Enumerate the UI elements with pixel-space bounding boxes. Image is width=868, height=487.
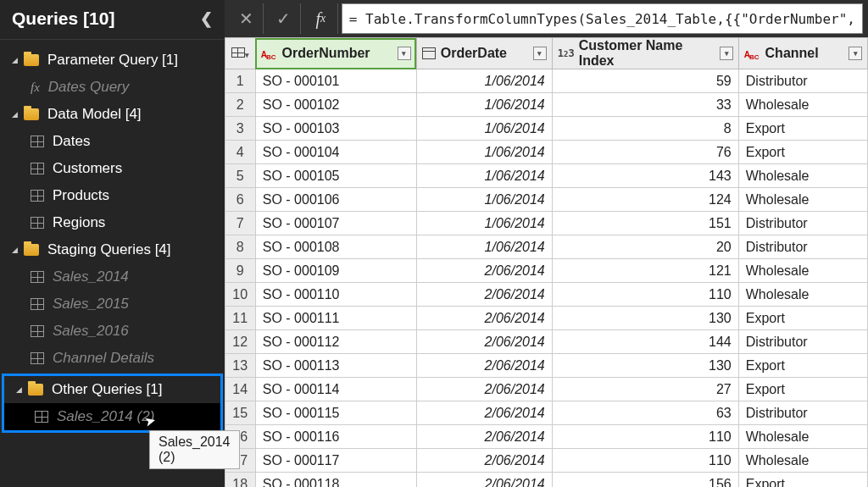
cell-date[interactable]: 1/06/2014 (416, 141, 552, 164)
table-row[interactable]: 13 SO - 000113 2/06/2014 130 Export (225, 354, 867, 378)
cell-index[interactable]: 151 (552, 212, 738, 235)
cell-order[interactable]: SO - 000118 (255, 473, 416, 488)
cell-date[interactable]: 1/06/2014 (416, 235, 552, 259)
row-number[interactable]: 1 (225, 69, 255, 93)
cell-date[interactable]: 2/06/2014 (416, 449, 552, 473)
cell-date[interactable]: 2/06/2014 (416, 378, 552, 401)
cell-index[interactable]: 8 (552, 117, 738, 141)
query-item[interactable]: Sales_2014 (0, 263, 225, 291)
cell-channel[interactable]: Export (738, 354, 867, 378)
cell-order[interactable]: SO - 000101 (255, 69, 416, 93)
cell-date[interactable]: 2/06/2014 (416, 401, 552, 425)
table-row[interactable]: 15 SO - 000115 2/06/2014 63 Distributor (225, 401, 867, 425)
cell-channel[interactable]: Export (738, 378, 867, 401)
query-item[interactable]: Sales_2015 (0, 291, 225, 318)
cell-index[interactable]: 33 (552, 93, 738, 117)
cell-channel[interactable]: Distributor (738, 212, 867, 235)
table-row[interactable]: 4 SO - 000104 1/06/2014 76 Export (225, 141, 867, 164)
table-row[interactable]: 17 SO - 000117 2/06/2014 110 Wholesale (225, 449, 867, 473)
cell-order[interactable]: SO - 000117 (255, 449, 416, 473)
cell-date[interactable]: 2/06/2014 (416, 473, 552, 488)
folder-row[interactable]: ◢ Staging Queries [4] (0, 236, 225, 263)
cell-index[interactable]: 121 (552, 259, 738, 283)
cell-date[interactable]: 1/06/2014 (416, 69, 552, 93)
row-number[interactable]: 8 (225, 235, 255, 259)
table-row[interactable]: 9 SO - 000109 2/06/2014 121 Wholesale (225, 259, 867, 283)
filter-dropdown-icon[interactable]: ▾ (849, 47, 862, 60)
cell-index[interactable]: 110 (552, 449, 738, 473)
row-number[interactable]: 15 (225, 401, 255, 425)
cell-order[interactable]: SO - 000110 (255, 283, 416, 307)
cell-channel[interactable]: Wholesale (738, 164, 867, 188)
cell-date[interactable]: 2/06/2014 (416, 307, 552, 330)
cell-order[interactable]: SO - 000114 (255, 378, 416, 401)
cell-date[interactable]: 1/06/2014 (416, 188, 552, 212)
cell-order[interactable]: SO - 000111 (255, 307, 416, 330)
cell-index[interactable]: 27 (552, 378, 738, 401)
cell-channel[interactable]: Wholesale (738, 188, 867, 212)
cell-order[interactable]: SO - 000108 (255, 235, 416, 259)
row-number[interactable]: 6 (225, 188, 255, 212)
row-number[interactable]: 12 (225, 330, 255, 354)
cell-index[interactable]: 76 (552, 141, 738, 164)
cell-order[interactable]: SO - 000106 (255, 188, 416, 212)
cell-index[interactable]: 130 (552, 354, 738, 378)
cell-order[interactable]: SO - 000104 (255, 141, 416, 164)
column-header[interactable]: 123Customer Name Index▾ (552, 38, 738, 69)
cell-channel[interactable]: Distributor (738, 235, 867, 259)
cell-order[interactable]: SO - 000107 (255, 212, 416, 235)
cell-index[interactable]: 144 (552, 330, 738, 354)
cell-date[interactable]: 1/06/2014 (416, 164, 552, 188)
filter-dropdown-icon[interactable]: ▾ (398, 47, 411, 60)
fx-icon[interactable]: fx (304, 3, 338, 34)
cell-channel[interactable]: Export (738, 307, 867, 330)
cell-index[interactable]: 63 (552, 401, 738, 425)
commit-button[interactable]: ✓ (267, 3, 301, 34)
cell-channel[interactable]: Distributor (738, 69, 867, 93)
column-header[interactable]: OrderNumber▾ (255, 38, 416, 69)
row-number[interactable]: 13 (225, 354, 255, 378)
table-row[interactable]: 2 SO - 000102 1/06/2014 33 Wholesale (225, 93, 867, 117)
cancel-button[interactable]: ✕ (230, 3, 264, 34)
cell-order[interactable]: SO - 000112 (255, 330, 416, 354)
cell-date[interactable]: 2/06/2014 (416, 259, 552, 283)
row-number[interactable]: 7 (225, 212, 255, 235)
query-item[interactable]: Regions (0, 209, 225, 236)
table-row[interactable]: 8 SO - 000108 1/06/2014 20 Distributor (225, 235, 867, 259)
filter-dropdown-icon[interactable]: ▾ (720, 47, 732, 60)
cell-date[interactable]: 2/06/2014 (416, 354, 552, 378)
cell-channel[interactable]: Export (738, 117, 867, 141)
cell-order[interactable]: SO - 000116 (255, 425, 416, 449)
folder-row[interactable]: ◢ Other Queries [1] (4, 376, 220, 403)
row-number[interactable]: 4 (225, 141, 255, 164)
table-row[interactable]: 14 SO - 000114 2/06/2014 27 Export (225, 378, 867, 401)
folder-row[interactable]: ◢ Parameter Query [1] (0, 47, 225, 74)
column-header[interactable]: OrderDate▾ (416, 38, 552, 69)
cell-order[interactable]: SO - 000103 (255, 117, 416, 141)
query-item[interactable]: Sales_2016 (0, 318, 225, 345)
filter-dropdown-icon[interactable]: ▾ (533, 47, 547, 60)
row-number[interactable]: 18 (225, 473, 255, 488)
formula-input[interactable]: = Table.TransformColumnTypes(Sales_2014_… (342, 3, 863, 34)
cell-order[interactable]: SO - 000113 (255, 354, 416, 378)
cell-index[interactable]: 124 (552, 188, 738, 212)
cell-index[interactable]: 110 (552, 283, 738, 307)
cell-date[interactable]: 2/06/2014 (416, 330, 552, 354)
cell-channel[interactable]: Wholesale (738, 425, 867, 449)
table-row[interactable]: 16 SO - 000116 2/06/2014 110 Wholesale (225, 425, 867, 449)
table-row[interactable]: 18 SO - 000118 2/06/2014 156 Export (225, 473, 867, 488)
cell-index[interactable]: 156 (552, 473, 738, 488)
cell-order[interactable]: SO - 000105 (255, 164, 416, 188)
row-number[interactable]: 11 (225, 307, 255, 330)
cell-channel[interactable]: Export (738, 141, 867, 164)
cell-date[interactable]: 2/06/2014 (416, 283, 552, 307)
table-row[interactable]: 10 SO - 000110 2/06/2014 110 Wholesale (225, 283, 867, 307)
collapse-icon[interactable]: ❮ (200, 9, 213, 28)
cell-channel[interactable]: Wholesale (738, 449, 867, 473)
row-number[interactable]: 2 (225, 93, 255, 117)
query-item[interactable]: Products (0, 182, 225, 209)
cell-channel[interactable]: Wholesale (738, 93, 867, 117)
cell-channel[interactable]: Export (738, 473, 867, 488)
cell-order[interactable]: SO - 000115 (255, 401, 416, 425)
cell-index[interactable]: 20 (552, 235, 738, 259)
